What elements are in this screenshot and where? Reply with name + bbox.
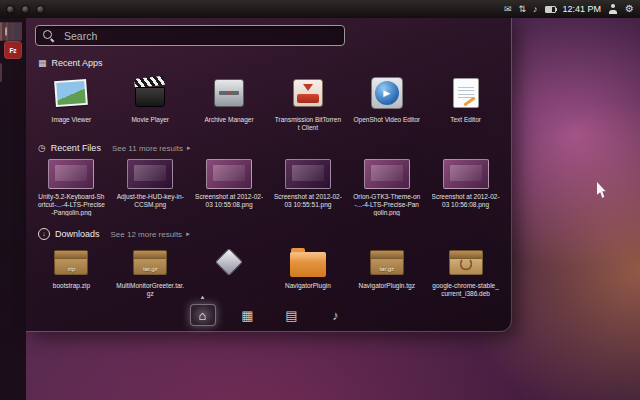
file-thumbnail bbox=[285, 159, 331, 189]
home-icon: ⌂ bbox=[199, 309, 207, 322]
file-thumbnail bbox=[364, 159, 410, 189]
zip-box-icon: zip bbox=[54, 250, 88, 275]
targz-box-icon: tar.gz bbox=[133, 250, 167, 275]
file-thumbnail bbox=[127, 159, 173, 189]
deb-box-icon bbox=[449, 250, 483, 275]
download-item-google-chrome-deb[interactable]: google-chrome-stable_current_i386.deb bbox=[426, 245, 505, 297]
close-button[interactable] bbox=[6, 5, 15, 14]
recent-apps-icon: ▦ bbox=[38, 59, 47, 68]
app-item-archive-manager[interactable]: Archive Manager bbox=[190, 73, 269, 131]
file-item-4[interactable]: Screenshot at 2012-02-03 10:55:51.png bbox=[269, 158, 348, 216]
recent-files-icon: ◷ bbox=[38, 144, 46, 153]
search-icon bbox=[43, 30, 55, 42]
recent-apps-header: ▦ Recent Apps bbox=[38, 58, 499, 68]
maximize-button[interactable] bbox=[36, 5, 45, 14]
openshot-icon: ▶ bbox=[371, 77, 403, 109]
recent-apps-title: Recent Apps bbox=[52, 58, 103, 68]
battery-icon[interactable] bbox=[545, 6, 556, 13]
app-item-openshot[interactable]: ▶ OpenShot Video Editor bbox=[347, 73, 426, 131]
see-more-downloads[interactable]: See 12 more results ▸ bbox=[111, 230, 190, 239]
play-icon: ▶ bbox=[383, 88, 390, 98]
dash: ▦ Recent Apps Image Viewer Movie Player … bbox=[26, 18, 512, 332]
download-item-multimonitorgreeter[interactable]: tar.gz MultiMonitorGreeter.tar.gz bbox=[111, 245, 190, 297]
lens-music[interactable]: ♪ bbox=[324, 305, 348, 325]
session-gear-icon[interactable]: ⚙ bbox=[625, 4, 634, 14]
lens-applications[interactable]: ▦ bbox=[236, 305, 260, 325]
download-item-navigatorplugin-folder[interactable]: NavigatorPlugin bbox=[269, 245, 348, 297]
see-more-files[interactable]: See 11 more results ▸ bbox=[112, 144, 191, 153]
folder-icon bbox=[290, 252, 326, 277]
music-note-icon: ♪ bbox=[332, 309, 339, 322]
clock[interactable]: 12:41 PM bbox=[563, 4, 602, 14]
targz-box-icon: tar.gz bbox=[370, 250, 404, 275]
indicator-area: ✉ ⇅ ♪ 12:41 PM ⚙ bbox=[504, 4, 634, 14]
app-item-transmission[interactable]: Transmission BitTorrent Client bbox=[269, 73, 348, 131]
package-diamond-icon bbox=[215, 248, 243, 276]
file-item-3[interactable]: Screenshot at 2012-02-03 10:55:08.png bbox=[190, 158, 269, 216]
window-controls bbox=[6, 5, 45, 14]
archive-manager-icon bbox=[214, 79, 244, 107]
file-thumbnail bbox=[443, 159, 489, 189]
file-item-2[interactable]: Adjust-the-HUD-key-in-CCSM.png bbox=[111, 158, 190, 216]
lens-bar: ▲ ⌂ ▦ ▤ ♪ bbox=[190, 304, 348, 326]
apps-grid-icon: ▦ bbox=[241, 309, 253, 322]
up-arrow-icon: ▲ bbox=[200, 294, 206, 300]
search-input[interactable] bbox=[62, 29, 337, 43]
transmission-icon bbox=[293, 79, 323, 107]
download-item-navigatorplugin-tgz[interactable]: tar.gz NavigatorPlugin.tgz bbox=[347, 245, 426, 297]
launcher-item-11[interactable] bbox=[20, 22, 22, 41]
image-viewer-icon bbox=[55, 79, 89, 107]
network-icon[interactable]: ⇅ bbox=[518, 5, 526, 14]
downloads-header: ↓ Downloads See 12 more results ▸ bbox=[38, 228, 499, 240]
file-thumbnail bbox=[48, 159, 94, 189]
download-item-bootstrap-zip[interactable]: zip bootstrap.zip bbox=[32, 245, 111, 297]
unity-launcher: Fz bbox=[0, 18, 26, 400]
app-item-text-editor[interactable]: Text Editor bbox=[426, 73, 505, 131]
file-thumbnail bbox=[206, 159, 252, 189]
launcher-item-filezilla[interactable]: Fz bbox=[4, 41, 22, 59]
recent-apps-row: Image Viewer Movie Player Archive Manage… bbox=[26, 73, 511, 131]
file-item-1[interactable]: Unity-5.2-Keyboard-Shortcut-...-4-LTS-Pr… bbox=[32, 158, 111, 216]
more-arrow-icon: ▸ bbox=[186, 230, 190, 238]
app-item-image-viewer[interactable]: Image Viewer bbox=[32, 73, 111, 131]
minimize-button[interactable] bbox=[21, 5, 30, 14]
downloads-title: Downloads bbox=[55, 229, 100, 239]
app-item-movie-player[interactable]: Movie Player bbox=[111, 73, 190, 131]
document-icon: ▤ bbox=[285, 309, 297, 322]
download-item-package[interactable] bbox=[190, 245, 269, 297]
top-panel: ✉ ⇅ ♪ 12:41 PM ⚙ bbox=[0, 0, 640, 18]
lens-files[interactable]: ▤ bbox=[280, 305, 304, 325]
more-arrow-icon: ▸ bbox=[187, 144, 191, 152]
user-menu-icon[interactable] bbox=[608, 4, 618, 14]
file-item-5[interactable]: Orion-GTK3-Theme-on-...-4-LTS-Precise-Pa… bbox=[347, 158, 426, 216]
launcher-item-13[interactable] bbox=[0, 63, 2, 82]
recent-files-row: Unity-5.2-Keyboard-Shortcut-...-4-LTS-Pr… bbox=[26, 158, 511, 216]
downloads-icon: ↓ bbox=[38, 228, 50, 240]
file-item-6[interactable]: Screenshot at 2012-02-03 10:56:08.png bbox=[426, 158, 505, 216]
messages-icon[interactable]: ✉ bbox=[504, 5, 512, 14]
text-editor-icon bbox=[453, 78, 479, 108]
downloads-row: zip bootstrap.zip tar.gz MultiMonitorGre… bbox=[26, 245, 511, 297]
movie-player-icon bbox=[135, 79, 165, 107]
lens-home[interactable]: ▲ ⌂ bbox=[190, 304, 216, 326]
volume-icon[interactable]: ♪ bbox=[533, 5, 538, 14]
recent-files-header: ◷ Recent Files See 11 more results ▸ bbox=[38, 143, 499, 153]
search-bar[interactable] bbox=[35, 25, 345, 46]
recent-files-title: Recent Files bbox=[51, 143, 101, 153]
